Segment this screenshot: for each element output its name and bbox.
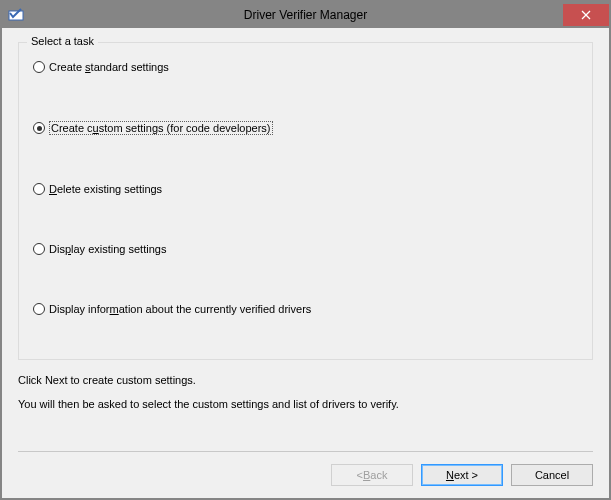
radio-icon (33, 61, 45, 73)
app-icon (8, 7, 24, 23)
radio-label: Create standard settings (49, 61, 169, 73)
client-area: Select a task Create standard settings C… (2, 28, 609, 498)
radio-icon (33, 122, 45, 134)
radio-custom-settings[interactable]: Create custom settings (for code develop… (33, 121, 578, 135)
radio-icon (33, 183, 45, 195)
close-button[interactable] (563, 4, 609, 26)
radio-standard-settings[interactable]: Create standard settings (33, 61, 578, 73)
radio-label: Create custom settings (for code develop… (49, 121, 273, 135)
next-button[interactable]: Next > (421, 464, 503, 486)
radio-icon (33, 243, 45, 255)
radio-icon (33, 303, 45, 315)
radio-display-settings[interactable]: Display existing settings (33, 243, 578, 255)
window-frame: Driver Verifier Manager Select a task Cr… (0, 0, 611, 500)
radio-label: Display information about the currently … (49, 303, 311, 315)
instructions: Click Next to create custom settings. Yo… (18, 374, 593, 422)
radio-display-verified-drivers[interactable]: Display information about the currently … (33, 303, 578, 315)
task-groupbox: Select a task Create standard settings C… (18, 42, 593, 360)
titlebar-buttons (563, 4, 609, 26)
close-icon (581, 10, 591, 20)
cancel-button[interactable]: Cancel (511, 464, 593, 486)
separator (18, 451, 593, 452)
radio-label: Display existing settings (49, 243, 166, 255)
window-title: Driver Verifier Manager (2, 8, 609, 22)
back-button: < Back (331, 464, 413, 486)
titlebar[interactable]: Driver Verifier Manager (2, 2, 609, 28)
radio-label: Delete existing settings (49, 183, 162, 195)
instruction-line-1: Click Next to create custom settings. (18, 374, 593, 386)
radio-delete-settings[interactable]: Delete existing settings (33, 183, 578, 195)
wizard-buttons: < Back Next > Cancel (18, 464, 593, 486)
groupbox-title: Select a task (27, 35, 98, 47)
instruction-line-2: You will then be asked to select the cus… (18, 398, 593, 410)
